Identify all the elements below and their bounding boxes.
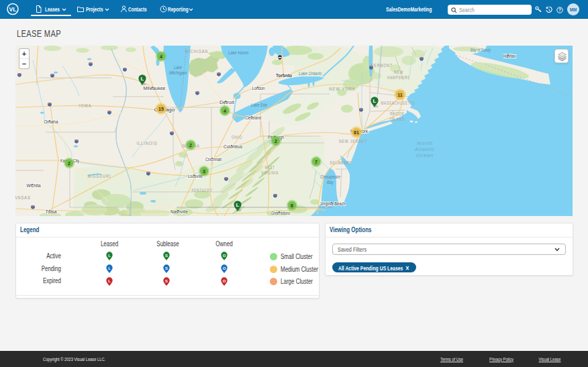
svg-text:Bay: Bay — [327, 180, 334, 185]
svg-text:Atlantic: Atlantic — [414, 147, 435, 152]
svg-text:WEST: WEST — [265, 165, 275, 170]
svg-text:7: 7 — [315, 160, 317, 164]
svg-text:Chesapeake: Chesapeake — [320, 174, 340, 180]
svg-text:Detroit: Detroit — [219, 100, 234, 105]
svg-text:Bay of Fundy: Bay of Fundy — [471, 48, 491, 53]
svg-text:S: S — [165, 254, 168, 258]
svg-text:6: 6 — [291, 203, 293, 208]
svg-text:HAMPSHIRE: HAMPSHIRE — [387, 75, 410, 80]
svg-text:O: O — [223, 266, 226, 270]
svg-text:O: O — [223, 254, 226, 258]
svg-text:RHODE: RHODE — [390, 111, 405, 116]
svg-text:11: 11 — [397, 93, 403, 97]
svg-text:DELAWARE: DELAWARE — [330, 160, 352, 165]
svg-text:Virginia Beach: Virginia Beach — [321, 201, 346, 207]
svg-text:Lake: Lake — [174, 65, 182, 70]
svg-text:Lake Erie: Lake Erie — [251, 103, 267, 107]
svg-text:NEW: NEW — [394, 70, 403, 74]
svg-text:Michigan: Michigan — [169, 70, 187, 76]
svg-text:NEW JERSEY: NEW JERSEY — [339, 139, 367, 144]
svg-text:L: L — [108, 254, 111, 258]
svg-text:3: 3 — [203, 169, 205, 174]
svg-text:London: London — [252, 86, 265, 91]
svg-text:O: O — [223, 279, 226, 283]
svg-text:S: S — [165, 279, 168, 283]
svg-text:MASSACHUSETTS: MASSACHUSETTS — [381, 101, 415, 105]
svg-text:Cincinnati: Cincinnati — [205, 157, 222, 162]
svg-text:North: North — [417, 141, 433, 146]
svg-text:ISLAND: ISLAND — [390, 117, 405, 121]
svg-text:Wichita: Wichita — [27, 183, 41, 188]
svg-text:Omaha: Omaha — [44, 119, 58, 124]
svg-text:2: 2 — [275, 139, 277, 144]
svg-text:Toronto: Toronto — [276, 73, 292, 78]
svg-text:2: 2 — [68, 161, 70, 166]
svg-text:2: 2 — [189, 143, 192, 148]
svg-text:NEW YORK: NEW YORK — [329, 87, 356, 91]
svg-text:4: 4 — [160, 54, 162, 59]
svg-text:15: 15 — [158, 107, 164, 111]
svg-text:Columbus: Columbus — [224, 144, 242, 149]
svg-text:61: 61 — [354, 130, 359, 135]
svg-text:IOWA: IOWA — [79, 103, 92, 108]
svg-text:VIRGINIA: VIRGINIA — [261, 170, 279, 175]
svg-text:L: L — [108, 266, 111, 270]
svg-text:Greensboro: Greensboro — [271, 211, 290, 215]
svg-text:MISSOURI: MISSOURI — [88, 174, 111, 178]
svg-text:Lake Huron: Lake Huron — [228, 50, 248, 55]
svg-text:?: ? — [558, 7, 561, 12]
svg-text:Ocean: Ocean — [416, 153, 434, 158]
svg-text:KANSAS: KANSAS — [15, 195, 31, 200]
svg-text:Lake Ontario: Lake Ontario — [299, 71, 322, 76]
svg-text:MICHIGAN: MICHIGAN — [185, 49, 208, 54]
svg-text:KENTUCKY: KENTUCKY — [192, 188, 213, 193]
svg-text:OHIO: OHIO — [232, 135, 242, 140]
svg-text:Cleveland: Cleveland — [245, 115, 261, 120]
svg-text:VL: VL — [9, 6, 17, 13]
svg-text:Halifax: Halifax — [503, 54, 516, 58]
svg-text:4: 4 — [224, 109, 226, 113]
svg-text:ILLINOIS: ILLINOIS — [137, 141, 158, 146]
svg-text:Tulsa: Tulsa — [46, 209, 57, 214]
svg-text:Nashville: Nashville — [170, 209, 188, 214]
svg-text:Milwaukee: Milwaukee — [144, 86, 166, 91]
svg-text:S: S — [165, 266, 168, 270]
svg-text:VERMONT: VERMONT — [371, 63, 393, 68]
svg-text:L: L — [108, 279, 111, 283]
